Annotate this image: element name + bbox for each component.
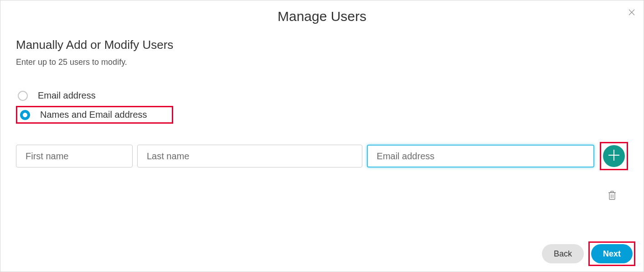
plus-icon — [607, 148, 621, 164]
close-icon[interactable] — [626, 7, 637, 18]
trash-row — [16, 170, 628, 202]
highlight-next-button: Next — [588, 241, 635, 266]
manage-users-dialog: Manage Users Manually Add or Modify User… — [0, 0, 644, 272]
trash-icon[interactable] — [608, 190, 616, 202]
last-name-input[interactable] — [137, 145, 362, 167]
dialog-title: Manage Users — [0, 0, 644, 29]
next-button[interactable]: Next — [591, 244, 633, 263]
dialog-content: Manually Add or Modify Users Enter up to… — [0, 29, 644, 202]
section-title: Manually Add or Modify Users — [16, 38, 628, 52]
radio-group: Email address Names and Email address — [16, 89, 628, 124]
email-input[interactable] — [367, 145, 594, 167]
section-subtitle: Enter up to 25 users to modify. — [16, 58, 628, 67]
radio-names-and-email[interactable] — [20, 110, 30, 120]
radio-row-email-only[interactable]: Email address — [16, 89, 628, 102]
back-button[interactable]: Back — [542, 244, 584, 263]
svg-rect-4 — [609, 193, 615, 199]
radio-label-email-only: Email address — [38, 90, 96, 101]
highlight-add-button — [600, 142, 628, 170]
radio-email-only[interactable] — [18, 91, 28, 101]
radio-row-names-and-email[interactable]: Names and Email address — [18, 108, 172, 121]
first-name-input[interactable] — [16, 145, 133, 167]
dialog-footer: Back Next — [542, 241, 635, 266]
user-fields-row — [16, 142, 628, 170]
radio-label-names-and-email: Names and Email address — [40, 110, 147, 120]
add-user-button[interactable] — [603, 145, 625, 167]
highlight-names-and-email: Names and Email address — [16, 106, 173, 124]
